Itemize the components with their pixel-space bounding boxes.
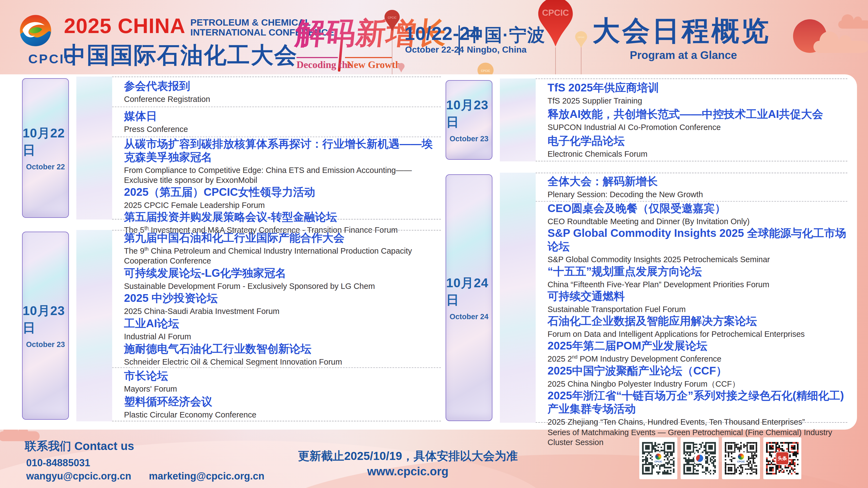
session-title-en: Plastic Circular Economy Conference — [124, 410, 441, 420]
date-label-cn: 10月24日 — [446, 274, 492, 309]
session-item: 塑料循环经济会议 Plastic Circular Economy Confer… — [124, 395, 441, 420]
session-item: 参会代表报到 Conference Registration — [124, 79, 441, 104]
session-item: 可持续交通燃料 Sustainable Transportation Fuel … — [548, 289, 847, 314]
time-strip — [500, 78, 536, 161]
qr-code-app — [681, 437, 719, 479]
qr-code-toutiao: 头条 — [763, 437, 801, 479]
session-title-cn: 2025年浙江省“十链百场万企”系列对接之绿色石化(精细化工)产业集群专场活动 — [548, 389, 847, 415]
qr-code-video: CPCIC — [722, 437, 760, 479]
website-url: www.cpcic.org — [281, 465, 534, 478]
schedule-panel: 10月22日 October 22 全天 Full Day 参会代表报到 Con… — [0, 74, 857, 430]
balloon-icon — [398, 63, 405, 73]
balloon-icon: CPCIC — [537, 0, 574, 48]
session-item: 从碳市场扩容到碳排放核算体系再探讨：行业增长新机遇——埃克森美孚独家冠名 Fro… — [124, 137, 441, 185]
session-title-cn: 从碳市场扩容到碳排放核算体系再探讨：行业增长新机遇——埃克森美孚独家冠名 — [124, 137, 441, 164]
session-title-en: Electronic Chemicals Forum — [548, 149, 847, 159]
schedule-row: 下午 PM CEO圆桌会及晚餐（仅限受邀嘉宾） CEO Roundtable M… — [500, 201, 847, 422]
session-item: TfS 2025年供应商培训 TfS 2025 Supplier Trainin… — [548, 81, 847, 106]
schedule-row: 下午 PM TfS 2025年供应商培训 TfS 2025 Supplier T… — [500, 79, 847, 161]
session-title-cn: 第九届中国石油和化工行业国际产能合作大会 — [124, 231, 441, 244]
session-title-cn: 参会代表报到 — [124, 79, 441, 93]
qr-code-wechat: CPCIC — [639, 437, 677, 479]
session-item: 工业AI论坛 Industrial AI Forum — [124, 317, 441, 341]
qr-center-logo: 头条 — [776, 452, 789, 465]
contact-email-2: marketing@cpcic.org.cn — [149, 470, 264, 482]
qr-center-logo: CPCIC — [736, 452, 746, 464]
day-block-oct24: 10月24日 October 24 上午 AM 全体大会：解码新增长 Plena… — [445, 173, 847, 423]
session-item: 2025（第五届）CPCIC女性领导力活动 2025 CPCIC Female … — [124, 185, 441, 210]
session-title-en: 2025 China Ningbo Polyester Industry For… — [548, 379, 847, 389]
session-title-cn: 可持续交通燃料 — [548, 289, 847, 303]
session-item: 媒体日 Press Conference — [124, 109, 441, 134]
cloud-icon — [813, 41, 868, 53]
svg-text:CPCIC: CPCIC — [578, 36, 585, 38]
session-title-en: 2025 Zhejiang “Ten Chains, Hundred Event… — [548, 417, 847, 427]
session-title-cn: TfS 2025年供应商培训 — [548, 81, 847, 94]
session-title-cn: 工业AI论坛 — [124, 317, 441, 330]
page-title: 大会日程概览 — [592, 13, 771, 50]
schedule-column-right: 10月23日 October 23 下午 PM TfS 2025年供应商培训 T… — [445, 74, 847, 423]
session-title-cn: 2025 中沙投资论坛 — [124, 291, 441, 304]
footer: 联系我们 Contact us 010-84885031 wangyu@cpci… — [0, 430, 868, 488]
contact-phone: 010-84885031 — [26, 457, 90, 469]
session-title-en: The 9th China Petroleum and Chemical Ind… — [124, 246, 441, 266]
session-title-en: S&P Global Commodity Insights 2025 Petro… — [548, 255, 847, 264]
cpcic-mini-logo-icon — [655, 454, 661, 460]
session-title-en: Schneider Electric Oil & Chemical Segmen… — [124, 357, 441, 367]
session-item: 全体大会：解码新增长 Plenary Session: Decoding the… — [548, 174, 847, 199]
schedule-row: 上午 AM 媒体日 Press Conference — [76, 106, 441, 137]
schedule-row: 下午 PM 市长论坛 Mayors' Forum 塑料循环经济会议 Plasti… — [76, 367, 441, 421]
session-item: “十五五”规划重点发展方向论坛 China “Fifteenth Five-Ye… — [548, 265, 847, 289]
session-title-cn: 媒体日 — [124, 109, 441, 123]
svg-text:CPCIC: CPCIC — [388, 16, 397, 19]
session-item: 电子化学品论坛 Electronic Chemicals Forum — [548, 134, 847, 159]
session-title-en: Sustainable Development Forum - Exclusiv… — [124, 281, 441, 291]
session-title-en: Industrial AI Forum — [124, 332, 441, 341]
session-title-cn: 石油化工企业数据及智能应用解决方案论坛 — [548, 314, 847, 327]
session-item: 石油化工企业数据及智能应用解决方案论坛 Forum on Data and In… — [548, 314, 847, 339]
schedule-row: 上午 AM 全体大会：解码新增长 Plenary Session: Decodi… — [500, 173, 847, 201]
slogan-en-1: Decoding the — [297, 59, 352, 70]
date-box-oct24: 10月24日 October 24 — [445, 174, 492, 421]
session-item: 2025中国宁波聚酯产业论坛（CCF） 2025 China Ningbo Po… — [548, 364, 847, 389]
time-strip — [76, 76, 112, 220]
event-location-en: Ningbo, China — [467, 44, 527, 55]
balloon-icon: CPCIC — [384, 9, 400, 32]
conference-title: 2025 CHINA PETROLEUM & CHEMICAL INTERNAT… — [64, 16, 334, 37]
schedule-column-left: 10月22日 October 22 全天 Full Day 参会代表报到 Con… — [22, 74, 441, 421]
session-title-cn: CEO圆桌会及晚餐（仅限受邀嘉宾） — [548, 202, 847, 215]
session-title-cn: S&P Global Commodity Insights 2025 全球能源与… — [548, 226, 847, 253]
cloud-icon — [838, 21, 868, 29]
day-block-oct23-left: 10月23日 October 23 上午 AM 第九届中国石油和化工行业国际产能… — [22, 230, 441, 421]
session-title-en: CEO Roundtable Meeting and Dinner (By In… — [548, 217, 847, 226]
session-item: 释放AI效能，共创增长范式——中控技术工业AI共促大会 SUPCON Indus… — [548, 107, 847, 132]
session-title-en: Sustainable Transportation Fuel Forum — [548, 304, 847, 314]
cpcic-mini-logo-icon — [738, 454, 744, 460]
time-strip — [76, 230, 112, 421]
session-item: 2025年第二届POM产业发展论坛 2025 2nd POM Industry … — [548, 339, 847, 364]
update-notice: 更新截止2025/10/19，具体安排以大会为准 — [281, 448, 534, 464]
session-title-en: China “Fifteenth Five-Year Plan” Develop… — [548, 280, 847, 289]
session-title-cn: 施耐德电气石油化工行业数智创新论坛 — [124, 342, 441, 355]
session-title-cn: 2025中国宁波聚酯产业论坛（CCF） — [548, 364, 847, 377]
contact-heading: 联系我们 Contact us — [25, 438, 134, 454]
date-label-en: October 23 — [26, 340, 65, 349]
slogan-underline-left — [297, 57, 338, 58]
contact-email-1: wangyu@cpcic.org.cn — [26, 470, 131, 482]
date-label-cn: 10月23日 — [23, 302, 68, 336]
header-divider — [459, 25, 460, 55]
session-title-cn: 释放AI效能，共创增长范式——中控技术工业AI共促大会 — [548, 107, 847, 121]
day-block-oct23-right: 10月23日 October 23 下午 PM TfS 2025年供应商培训 T… — [445, 78, 847, 161]
title-year: 2025 CHINA — [64, 16, 185, 36]
session-title-en: 2025 China-Saudi Arabia Investment Forum — [124, 306, 441, 316]
session-title-en: Mayors' Forum — [124, 384, 441, 394]
session-title-en: Conference Registration — [124, 94, 441, 104]
session-title-en: SUPCON Industrial AI Co-Promotion Confer… — [548, 122, 847, 132]
session-title-cn: 2025（第五届）CPCIC女性领导力活动 — [124, 185, 441, 199]
session-title-cn: 电子化学品论坛 — [548, 134, 847, 147]
session-title-cn: “十五五”规划重点发展方向论坛 — [548, 265, 847, 278]
session-title-en: Plenary Session: Decoding the New Growth — [548, 190, 847, 199]
balloon-string — [581, 47, 582, 74]
contact-emails: wangyu@cpcic.org.cn marketing@cpcic.org.… — [26, 470, 264, 482]
session-title-en: Forum on Data and Intelligent Applicatio… — [548, 329, 847, 339]
